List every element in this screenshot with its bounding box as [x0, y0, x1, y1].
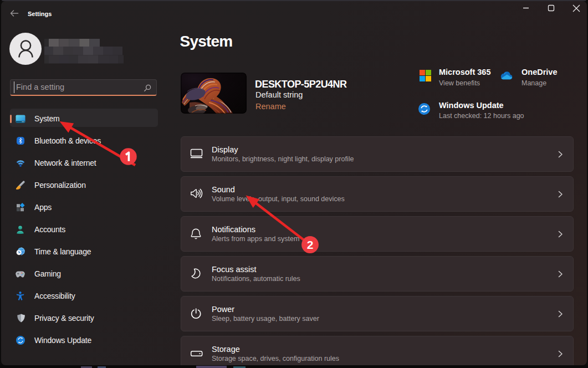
- svg-text:2: 2: [307, 238, 314, 251]
